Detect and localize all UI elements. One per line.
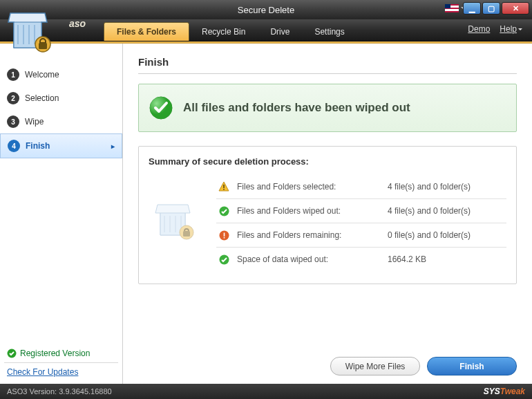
step-wipe[interactable]: 3 Wipe <box>0 110 122 133</box>
chevron-down-icon <box>518 28 522 30</box>
minimize-button[interactable]: ▁ <box>463 2 481 15</box>
vendor-label: SYSTweak <box>484 387 525 396</box>
content-area: Finish All files and folders have been w… <box>123 44 532 384</box>
step-label: Selection <box>25 93 59 103</box>
help-link[interactable]: Help <box>500 24 522 34</box>
tab-files-folders[interactable]: Files & Folders <box>104 22 189 41</box>
success-icon <box>218 205 230 217</box>
success-banner: All files and folders have been wiped ou… <box>138 84 517 132</box>
summary-label: Files and Folders remaining: <box>237 230 388 240</box>
shredder-icon <box>149 192 204 254</box>
summary-label: Files and Folders wiped out: <box>237 206 388 216</box>
error-icon <box>218 229 230 241</box>
demo-link[interactable]: Demo <box>468 24 490 34</box>
success-icon <box>218 253 230 266</box>
main-tabs: aso Files & Folders Recycle Bin Drive Se… <box>0 19 532 41</box>
summary-label: Files and Folders selected: <box>237 182 388 192</box>
finish-button[interactable]: Finish <box>427 357 517 375</box>
app-logo-icon <box>7 10 55 58</box>
wipe-more-button[interactable]: Wipe More Files <box>330 357 420 375</box>
summary-row-space: Space of data wiped out: 1664.2 KB <box>216 248 506 271</box>
svg-rect-20 <box>223 237 225 239</box>
checkmark-circle-icon <box>149 95 173 120</box>
status-bar: ASO3 Version: 3.9.3645.16880 SYSTweak <box>0 384 532 399</box>
svg-rect-16 <box>223 189 225 190</box>
step-number-badge: 4 <box>8 140 20 152</box>
summary-row-selected: Files and Folders selected: 4 file(s) an… <box>216 175 506 199</box>
summary-label: Space of data wiped out: <box>237 254 388 264</box>
summary-panel: Summary of secure deletion process: <box>138 146 517 284</box>
titlebar: Secure Delete ▁ ▢ ✕ <box>0 0 532 19</box>
step-welcome[interactable]: 1 Welcome <box>0 63 122 86</box>
summary-table: Files and Folders selected: 4 file(s) an… <box>216 175 506 271</box>
flag-us-icon <box>445 4 459 12</box>
page-title: Finish <box>138 56 517 68</box>
step-finish[interactable]: 4 Finish <box>0 133 122 158</box>
summary-value: 0 file(s) and 0 folder(s) <box>388 230 505 240</box>
summary-value: 4 file(s) and 0 folder(s) <box>388 206 505 216</box>
warning-icon <box>218 180 230 193</box>
svg-rect-19 <box>223 232 225 236</box>
registered-version-label: Registered Version <box>7 349 115 358</box>
check-updates-link[interactable]: Check For Updates <box>7 367 115 377</box>
svg-rect-5 <box>39 43 47 49</box>
step-number-badge: 1 <box>7 68 19 81</box>
summary-value: 1664.2 KB <box>388 254 505 264</box>
tab-settings[interactable]: Settings <box>302 23 357 41</box>
tab-drive[interactable]: Drive <box>258 23 302 41</box>
step-number-badge: 3 <box>7 115 19 128</box>
close-button[interactable]: ✕ <box>502 2 529 15</box>
banner-text: All files and folders have been wiped ou… <box>183 101 410 115</box>
summary-title: Summary of secure deletion process: <box>149 156 506 167</box>
divider <box>138 73 517 74</box>
summary-value: 4 file(s) and 0 folder(s) <box>388 182 505 192</box>
window-title: Secure Delete <box>238 5 294 15</box>
step-label: Wipe <box>25 117 44 127</box>
step-selection[interactable]: 2 Selection <box>0 86 122 110</box>
tab-recycle-bin[interactable]: Recycle Bin <box>189 23 258 41</box>
svg-rect-15 <box>223 185 225 188</box>
step-label: Finish <box>26 141 50 151</box>
version-label: ASO3 Version: 3.9.3645.16880 <box>7 387 112 396</box>
summary-row-remaining: Files and Folders remaining: 0 file(s) a… <box>216 223 506 248</box>
step-number-badge: 2 <box>7 92 19 104</box>
svg-rect-14 <box>183 231 190 236</box>
checkmark-icon <box>7 349 17 358</box>
brand-label: aso <box>69 18 86 29</box>
step-label: Welcome <box>25 70 59 80</box>
summary-row-wiped: Files and Folders wiped out: 4 file(s) a… <box>216 199 506 223</box>
wizard-sidebar: 1 Welcome 2 Selection 3 Wipe 4 Finish Re… <box>0 44 123 384</box>
maximize-button[interactable]: ▢ <box>482 2 500 15</box>
